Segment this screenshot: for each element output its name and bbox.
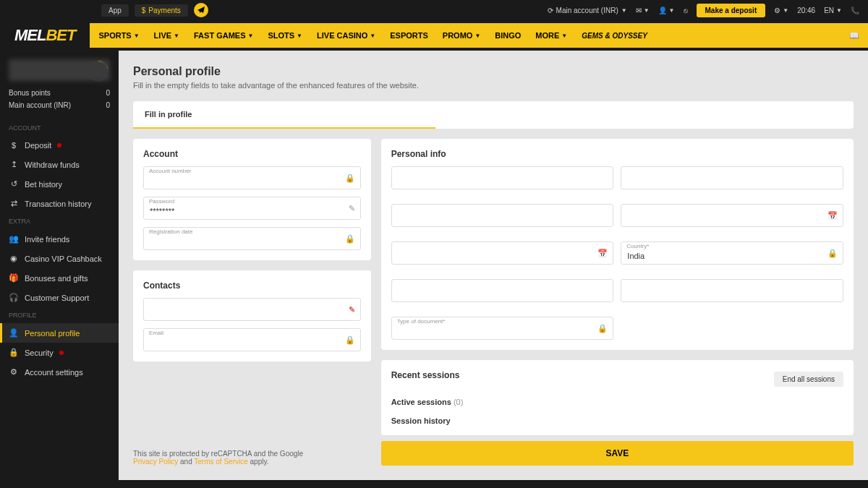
telegram-icon[interactable] bbox=[194, 3, 208, 17]
nav-gems[interactable]: GEMS & ODYSSEY bbox=[582, 32, 647, 40]
field-regdate: Registration date 🔒 bbox=[143, 227, 361, 250]
account-dropdown[interactable]: ⟳ Main account (INR) ▼ bbox=[548, 7, 627, 14]
password-input[interactable] bbox=[143, 197, 361, 220]
city-input[interactable] bbox=[391, 241, 614, 265]
user-icon[interactable]: 👤▼ bbox=[658, 7, 675, 14]
gear-icon[interactable]: ⚙▼ bbox=[774, 7, 788, 14]
section-profile: PROFILE bbox=[0, 307, 119, 323]
lock-icon: 🔒 bbox=[597, 324, 608, 333]
nav-slots[interactable]: SLOTS▼ bbox=[268, 31, 302, 40]
sidebar: 1/5 Bonus points0 Main account (INR)0 AC… bbox=[0, 51, 119, 480]
sidebar-bonuses[interactable]: 🎁Bonuses and gifts bbox=[0, 268, 119, 288]
lang-dropdown[interactable]: EN▼ bbox=[824, 7, 842, 14]
card-title-account: Account bbox=[143, 149, 361, 159]
field-account-number: Account number 🔒 bbox=[143, 166, 361, 189]
nav-promo[interactable]: PROMO▼ bbox=[443, 31, 480, 40]
sidebar-support[interactable]: 🎧Customer Support bbox=[0, 288, 119, 307]
dob-input[interactable] bbox=[621, 204, 843, 227]
sidebar-invite[interactable]: 👥Invite friends bbox=[0, 229, 119, 249]
nav-fastgames[interactable]: FAST GAMES▼ bbox=[194, 31, 253, 40]
section-account: ACCOUNT bbox=[0, 120, 119, 136]
logo[interactable]: MELBET bbox=[0, 20, 90, 51]
field-label: Country* bbox=[626, 243, 649, 249]
terms-link[interactable]: Terms of Service bbox=[194, 458, 247, 466]
sidebar-security[interactable]: 🔒Security bbox=[0, 343, 119, 362]
field-label: Type of document* bbox=[397, 318, 446, 325]
header: MELBET SPORTS▼ LIVE▼ FAST GAMES▼ SLOTS▼ … bbox=[0, 20, 868, 51]
username-blurred bbox=[9, 59, 110, 81]
field-phone: ✎ bbox=[143, 298, 361, 321]
calendar-icon[interactable]: 📅 bbox=[827, 211, 838, 221]
lock-icon: 🔒 bbox=[345, 174, 355, 183]
card-sessions: Recent sessions End all sessions Active … bbox=[381, 360, 854, 435]
chevron-down-icon: ▼ bbox=[134, 33, 140, 39]
dollar-icon: $ bbox=[142, 7, 146, 14]
sidebar-deposit[interactable]: $Deposit bbox=[0, 136, 119, 155]
account-label: Main account (INR) bbox=[556, 7, 618, 14]
chevron-down-icon: ▼ bbox=[475, 33, 480, 39]
chevron-down-icon: ▼ bbox=[561, 33, 567, 39]
field-label: Password bbox=[149, 198, 174, 205]
refresh-icon: ⟳ bbox=[548, 7, 553, 14]
card-contacts: Contacts ✎ Email 🔒 bbox=[133, 270, 371, 361]
privacy-link[interactable]: Privacy Policy bbox=[133, 458, 178, 466]
nav-sports[interactable]: SPORTS▼ bbox=[98, 31, 139, 40]
chevron-down-icon: ▼ bbox=[621, 7, 627, 14]
logout-icon[interactable]: ⎋ bbox=[684, 7, 688, 14]
chip-icon: ◉ bbox=[9, 254, 19, 263]
sidebar-cashback[interactable]: ◉Casino VIP Cashback bbox=[0, 249, 119, 268]
history-icon: ↺ bbox=[9, 179, 19, 189]
session-history[interactable]: Session history bbox=[391, 416, 843, 425]
chevron-down-icon: ▼ bbox=[297, 33, 302, 39]
deposit-button[interactable]: Make a deposit bbox=[697, 4, 766, 17]
bonus-row: Bonus points0 bbox=[9, 87, 110, 99]
tab-indicator bbox=[133, 127, 435, 129]
lock-icon: 🔒 bbox=[9, 348, 19, 357]
region-input[interactable] bbox=[391, 279, 614, 302]
payments-label: Payments bbox=[148, 7, 180, 14]
gift-icon: 🎁 bbox=[9, 273, 19, 283]
card-title-sessions: Recent sessions bbox=[391, 370, 460, 380]
tab-fill-profile[interactable]: Fill in profile bbox=[133, 101, 203, 129]
field-email: Email 🔒 bbox=[143, 328, 361, 351]
lock-icon: 🔒 bbox=[827, 249, 838, 258]
session-count: (0) bbox=[454, 398, 463, 406]
calendar-icon[interactable]: 📅 bbox=[597, 249, 608, 258]
field-password: Password ✎ bbox=[143, 197, 361, 220]
email-input bbox=[143, 328, 361, 351]
field-label: Registration date bbox=[149, 228, 192, 235]
end-sessions-button[interactable]: End all sessions bbox=[774, 372, 843, 387]
nav-bingo[interactable]: BINGO bbox=[495, 31, 521, 40]
edit-icon[interactable]: ✎ bbox=[349, 305, 355, 314]
profile-summary: 1/5 Bonus points0 Main account (INR)0 bbox=[0, 51, 119, 120]
sidebar-personal[interactable]: 👤Personal profile bbox=[0, 323, 119, 343]
nav-more[interactable]: MORE▼ bbox=[535, 31, 567, 40]
sidebar-settings[interactable]: ⚙Account settings bbox=[0, 362, 119, 382]
phone-input[interactable] bbox=[143, 298, 361, 321]
book-icon[interactable]: 📖 bbox=[849, 31, 859, 40]
address-input[interactable] bbox=[621, 279, 843, 302]
content: Personal profile Fill in the empty field… bbox=[119, 51, 868, 480]
footer: MELBET About us Terms and Conditions Aff… bbox=[0, 480, 868, 488]
person-icon: 👤 bbox=[9, 328, 19, 338]
edit-icon[interactable]: ✎ bbox=[349, 204, 355, 213]
phone-icon[interactable]: 📞 bbox=[851, 7, 859, 14]
mail-icon[interactable]: ✉▼ bbox=[636, 7, 650, 14]
sidebar-withdraw[interactable]: ↥Withdraw funds bbox=[0, 155, 119, 174]
save-button[interactable]: SAVE bbox=[381, 441, 854, 466]
sidebar-transhistory[interactable]: ⇄Transaction history bbox=[0, 194, 119, 213]
nav-livecasino[interactable]: LIVE CASINO▼ bbox=[317, 31, 375, 40]
firstname-input[interactable] bbox=[391, 166, 614, 189]
lastname-input[interactable] bbox=[621, 166, 843, 189]
headset-icon: 🎧 bbox=[9, 293, 19, 302]
middlename-input[interactable] bbox=[391, 204, 614, 227]
nav-live[interactable]: LIVE▼ bbox=[154, 31, 179, 40]
page-title: Personal profile bbox=[133, 65, 854, 78]
page-subtitle: Fill in the empty fields to take advanta… bbox=[133, 81, 854, 90]
nav-esports[interactable]: ESPORTS bbox=[390, 31, 428, 40]
gear-icon: ⚙ bbox=[9, 367, 19, 377]
country-input bbox=[621, 241, 843, 265]
payments-button[interactable]: $ Payments bbox=[135, 4, 188, 17]
sidebar-bethistory[interactable]: ↺Bet history bbox=[0, 174, 119, 194]
app-button[interactable]: App bbox=[101, 4, 129, 17]
